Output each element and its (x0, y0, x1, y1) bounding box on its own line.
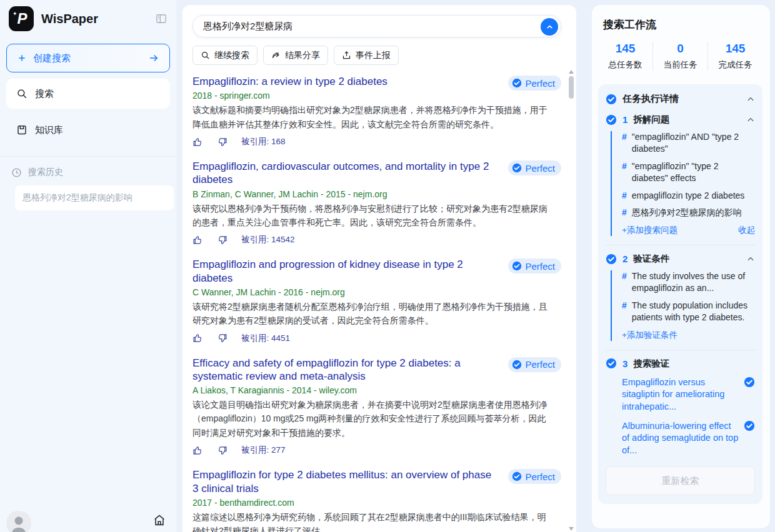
task-details-header: 任务执行详情 (606, 93, 755, 105)
retry-search-button[interactable]: 重新检索 (606, 466, 755, 495)
add-verify-condition-link[interactable]: +添加验证条件 (622, 330, 678, 341)
collapse-link[interactable]: 收起 (738, 225, 755, 236)
match-status-badge: Perfect (508, 469, 561, 484)
step-search-validation: 3 搜索验证 Empagliflozin versus sitagliptin … (606, 350, 755, 456)
result-feedback-row: 被引用: 4451 (192, 333, 496, 344)
hash-icon: # (622, 160, 627, 184)
thumbs-down-icon[interactable] (217, 445, 228, 456)
check-circle-icon (606, 254, 617, 265)
thumbs-down-icon[interactable] (217, 137, 228, 147)
continue-search-button[interactable]: 继续搜索 (192, 46, 258, 65)
scroll-down-arrow[interactable] (569, 527, 574, 531)
result-meta: C Wanner, JM Lachin - 2016 - nejm.org (192, 287, 496, 297)
result-item: Empagliflozin: a review in type 2 diabet… (192, 75, 561, 147)
result-meta: 2018 - springer.com (192, 91, 496, 101)
result-item: Empagliflozin for type 2 diabetes mellit… (192, 468, 561, 532)
hash-icon: # (622, 270, 627, 294)
search-input[interactable]: 恩格列净对2型糖尿病 (192, 15, 561, 37)
stat-current-tasks: 0 当前任务 (652, 42, 708, 71)
result-feedback-row: 被引用: 168 (192, 136, 496, 147)
plus-icon (17, 53, 27, 63)
result-snippet: 该研究以恩格列净为干预药物，将恩格列净与安慰剂进行了比较；研究对象为患有2型糖尿… (192, 202, 549, 230)
result-meta: 2017 - benthamdirect.com (192, 498, 496, 508)
check-circle-icon (744, 377, 755, 388)
result-title-link[interactable]: Efficacy and safety of empagliflozin for… (192, 357, 461, 382)
match-status-badge: Perfect (508, 357, 561, 372)
thumbs-up-icon[interactable] (192, 137, 203, 147)
report-event-button[interactable]: 事件上报 (334, 46, 399, 65)
search-icon (16, 88, 28, 99)
result-snippet: 该文献标题和摘要均明确指出研究对象为2型糖尿病患者，并将恩格列净作为干预措施，用… (192, 103, 549, 131)
chevron-up-icon[interactable] (746, 95, 755, 104)
result-title-link[interactable]: Empagliflozin for type 2 diabetes mellit… (192, 469, 491, 494)
sidebar-item-search[interactable]: 搜索 (6, 79, 170, 109)
hash-icon: # (622, 300, 627, 323)
workflow-title: 搜索工作流 (603, 17, 762, 32)
clock-icon (11, 167, 22, 178)
match-status-badge: Perfect (508, 259, 561, 273)
chevron-up-icon[interactable] (746, 255, 755, 264)
check-circle-icon (606, 358, 617, 369)
check-circle-icon (512, 78, 522, 88)
add-search-question-link[interactable]: +添加搜索问题 (622, 225, 678, 236)
citation-count: 被引用: 4451 (241, 333, 290, 344)
scroll-up-arrow[interactable] (569, 70, 574, 74)
result-title-link[interactable]: Empagliflozin and progression of kidney … (192, 259, 463, 283)
search-query-item: # "empagliflozin" AND "type 2 diabetes" (622, 131, 755, 155)
task-stats: 145 总任务数 0 当前任务 145 完成任务 (598, 42, 762, 71)
step-verify-conditions: 2 验证条件 # The study involves the use of e… (606, 245, 755, 341)
collapse-search-button[interactable] (541, 18, 558, 36)
result-snippet: 该论文题目明确指出研究对象为糖尿病患者，并在摘要中说明对2型糖尿病患者使用恩格列… (192, 398, 549, 440)
search-history-item[interactable]: 恩格列净对2型糖尿病的影响 (15, 185, 174, 210)
scrollbar-thumb[interactable] (569, 76, 574, 99)
arrow-right-icon (148, 52, 159, 64)
chevron-up-icon[interactable] (746, 116, 755, 124)
sidebar-item-label: 知识库 (35, 124, 63, 136)
user-avatar[interactable] (6, 511, 31, 532)
home-icon[interactable] (152, 513, 166, 527)
knowledge-base-icon (16, 124, 28, 135)
citation-count: 被引用: 168 (241, 136, 286, 147)
check-circle-icon (606, 94, 617, 105)
create-search-label: 创建搜索 (33, 52, 148, 64)
create-search-button[interactable]: 创建搜索 (6, 44, 170, 72)
result-item: Empagliflozin, cardiovascular outcomes, … (192, 160, 561, 245)
results-panel: 恩格列净对2型糖尿病 继续搜索 结果分享 (182, 5, 576, 532)
thumbs-up-icon[interactable] (192, 235, 203, 245)
validation-paper-link: Empagliflozin versus sitagliptin for ame… (622, 377, 755, 413)
result-meta: B Zinman, C Wanner, JM Lachin - 2015 - n… (192, 189, 496, 199)
result-item: Empagliflozin and progression of kidney … (192, 258, 561, 343)
app-title: WisPaper (41, 12, 155, 26)
result-title-link[interactable]: Empagliflozin, cardiovascular outcomes, … (192, 160, 489, 185)
verify-condition-item: # The study involves the use of empaglif… (622, 270, 755, 294)
search-history-header: 搜索历史 (11, 167, 168, 178)
sidebar-item-label: 搜索 (35, 88, 54, 100)
workflow-panel: 搜索工作流 145 总任务数 0 当前任务 145 完成任务 任务执行详情 (592, 5, 770, 528)
result-feedback-row: 被引用: 277 (192, 445, 496, 456)
search-icon (201, 51, 210, 60)
citation-count: 被引用: 14542 (241, 234, 295, 245)
hash-icon: # (622, 131, 627, 155)
hash-icon: # (622, 190, 627, 202)
check-circle-icon (512, 163, 522, 173)
sidebar-item-knowledge-base[interactable]: 知识库 (6, 115, 170, 145)
check-circle-icon (744, 420, 755, 431)
result-snippet: 该研究将2型糖尿病患者随机分配至恩格列净治疗组，明确使用了恩格列净作为干预措施，… (192, 300, 549, 328)
result-title-link[interactable]: Empagliflozin: a review in type 2 diabet… (192, 76, 388, 87)
result-feedback-row: 被引用: 14542 (192, 234, 496, 245)
citation-count: 被引用: 277 (241, 445, 286, 456)
result-snippet: 这篇综述以恩格列净为研究药物，系统回顾了其在2型糖尿病患者中的III期临床试验结… (192, 510, 549, 532)
thumbs-up-icon[interactable] (192, 445, 203, 456)
check-circle-icon (512, 471, 522, 481)
thumbs-down-icon[interactable] (217, 235, 228, 245)
results-scrollbar[interactable] (568, 70, 574, 532)
search-query-item: # 恩格列净对2型糖尿病的影响 (622, 207, 755, 219)
validation-paper-link: Albuminuria-lowering effect of adding se… (622, 420, 755, 457)
share-results-button[interactable]: 结果分享 (263, 46, 328, 65)
thumbs-up-icon[interactable] (192, 333, 203, 343)
wispaper-logo: ✦P (9, 6, 34, 31)
sidebar-divider (0, 156, 176, 157)
verify-condition-item: # The study population includes patients… (622, 300, 755, 323)
thumbs-down-icon[interactable] (217, 333, 228, 343)
collapse-sidebar-icon[interactable] (155, 12, 168, 25)
